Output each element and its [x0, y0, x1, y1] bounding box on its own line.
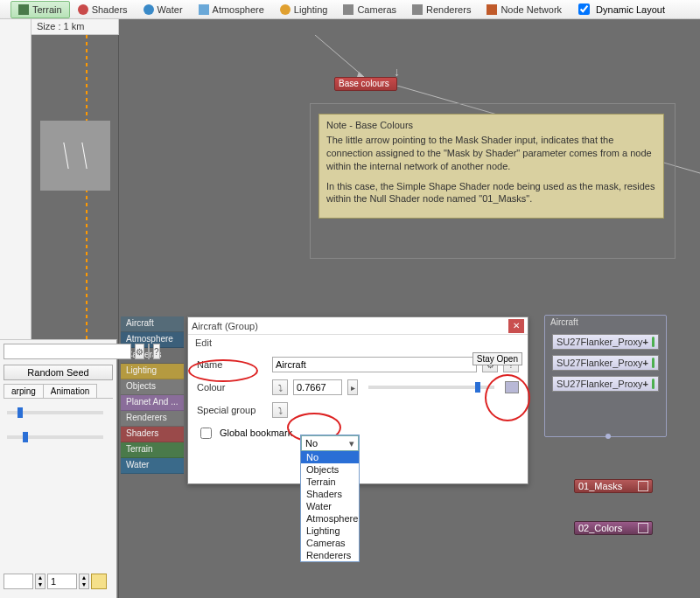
cat-lighting[interactable]: Lighting	[121, 364, 184, 379]
seed-blue-button[interactable]	[148, 344, 150, 359]
preview-thumbnail[interactable]	[40, 121, 110, 191]
cat-water[interactable]: Water	[121, 458, 184, 474]
name-label: Name	[197, 359, 267, 370]
expand-icon[interactable]	[638, 481, 648, 491]
colour-slider[interactable]	[368, 386, 494, 389]
aircraft-group-dialog: Aircraft (Group) ✕ Edit Stay Open Name ⚙…	[187, 316, 528, 484]
stay-open-button[interactable]: Stay Open	[472, 352, 522, 365]
colour-slider-thumb[interactable]	[475, 382, 480, 393]
node-item-3-label: SU27Flanker_Proxy	[556, 379, 642, 389]
colour-label: Colour	[197, 382, 267, 393]
top-toolbar: Terrain Shaders Water Atmosphere Lightin…	[0, 0, 700, 19]
dropdown-opt-water[interactable]: Water	[301, 500, 359, 512]
node-item-3[interactable]: SU27Flanker_Proxy+	[552, 376, 659, 392]
cat-renderers[interactable]: Renderers	[121, 411, 184, 427]
node-base-colours[interactable]: Base colours	[334, 77, 397, 91]
close-button[interactable]: ✕	[508, 319, 524, 333]
toolbar-terrain[interactable]: Terrain	[10, 1, 70, 18]
node-item-2[interactable]: SU27Flanker_Proxy+	[552, 355, 659, 371]
lighting-icon	[280, 4, 290, 15]
dropdown-opt-lighting[interactable]: Lighting	[301, 525, 359, 537]
global-bookmark-checkbox[interactable]	[200, 428, 212, 439]
dropdown-opt-no[interactable]: No	[301, 451, 359, 463]
dropdown-selected[interactable]: No	[301, 435, 359, 451]
dropdown-opt-terrain[interactable]: Terrain	[301, 476, 359, 488]
dropdown-opt-atmosphere[interactable]: Atmosphere	[301, 512, 359, 525]
node-network-icon	[486, 4, 497, 15]
node-panel-title: Aircraft	[545, 316, 666, 329]
active-badge	[652, 379, 654, 389]
colour-swatch[interactable]	[505, 381, 519, 393]
colour-curve-button[interactable]: ⤵	[272, 379, 288, 395]
dropdown-opt-objects[interactable]: Objects	[301, 463, 359, 476]
bl-slider-2-thumb[interactable]	[23, 432, 28, 442]
yellow-action-button[interactable]	[91, 574, 107, 589]
cat-shaders[interactable]: Shaders	[121, 427, 184, 442]
tab-warping[interactable]: arping	[4, 384, 44, 398]
toolbar-node-network[interactable]: Node Network	[479, 1, 570, 18]
dynamic-layout-checkbox[interactable]: Dynamic Layout	[575, 1, 665, 17]
toolbar-cameras-label: Cameras	[357, 4, 396, 15]
spin-1-arrows[interactable]: ▲▼	[35, 574, 46, 589]
dialog-menubar: Edit	[188, 335, 528, 351]
toolbar-shaders-label: Shaders	[92, 4, 128, 15]
dropdown-opt-cameras[interactable]: Cameras	[301, 537, 359, 549]
cameras-icon	[343, 4, 354, 15]
plus-icon[interactable]: +	[642, 379, 648, 389]
dropdown-options: No Objects Terrain Shaders Water Atmosph…	[301, 451, 359, 561]
seed-input[interactable]	[4, 344, 131, 359]
toolbar-lighting-label: Lighting	[294, 4, 328, 15]
node-02-colors[interactable]: 02_Colors	[574, 521, 653, 535]
colour-spinner[interactable]: ▸	[347, 379, 358, 395]
random-seed-button[interactable]: Random Seed	[4, 365, 113, 380]
dropdown-opt-shaders[interactable]: Shaders	[301, 488, 359, 500]
node-output-port[interactable]	[606, 434, 611, 439]
name-input[interactable]	[272, 357, 477, 372]
size-label: Size : 1 km	[32, 19, 119, 35]
plus-icon[interactable]: +	[642, 337, 648, 347]
cat-planet[interactable]: Planet And ...	[121, 395, 184, 411]
special-group-dropdown[interactable]: No No Objects Terrain Shaders Water Atmo…	[300, 435, 360, 562]
node-01-masks[interactable]: 01_Masks	[574, 479, 653, 493]
node-item-1[interactable]: SU27Flanker_Proxy+	[552, 334, 659, 350]
shader-icon	[78, 4, 88, 15]
spin-2-arrows[interactable]: ▲▼	[79, 574, 89, 589]
dialog-titlebar[interactable]: Aircraft (Group) ✕	[188, 317, 528, 335]
cat-aircraft[interactable]: Aircraft	[121, 316, 184, 332]
seed-gear-button[interactable]: ⚙	[135, 344, 144, 359]
aircraft-node-panel[interactable]: Aircraft SU27Flanker_Proxy+ SU27Flanker_…	[544, 315, 667, 437]
spin-input-1[interactable]	[4, 574, 33, 589]
dropdown-opt-renderers[interactable]: Renderers	[301, 549, 359, 561]
active-badge	[652, 358, 654, 368]
terrain-icon	[18, 4, 29, 15]
renderers-icon	[412, 4, 423, 15]
toolbar-shaders[interactable]: Shaders	[70, 1, 136, 18]
seed-help-button[interactable]: ?	[153, 344, 160, 359]
cat-terrain[interactable]: Terrain	[121, 442, 184, 458]
note-box: Note - Base Colours The little arrow poi…	[318, 114, 664, 219]
menu-edit[interactable]: Edit	[195, 337, 212, 348]
toolbar-atmosphere-label: Atmosphere	[213, 4, 264, 15]
node-02-colors-label: 02_Colors	[578, 523, 622, 533]
spin-input-2[interactable]	[47, 574, 77, 589]
cat-objects[interactable]: Objects	[121, 379, 184, 395]
tab-animation[interactable]: Animation	[43, 384, 97, 398]
bl-slider-1-thumb[interactable]	[18, 407, 23, 418]
toolbar-cameras[interactable]: Cameras	[335, 1, 404, 18]
dynamic-layout-label: Dynamic Layout	[596, 4, 665, 15]
toolbar-lighting[interactable]: Lighting	[272, 1, 336, 18]
colour-value-input[interactable]	[293, 379, 342, 395]
node-01-masks-label: 01_Masks	[578, 481, 622, 491]
plus-icon[interactable]: +	[642, 358, 648, 368]
bl-slider-1[interactable]	[7, 411, 103, 414]
bl-slider-2[interactable]	[7, 435, 103, 439]
toolbar-water[interactable]: Water	[136, 1, 191, 18]
special-curve-button[interactable]: ⤵	[272, 402, 288, 418]
expand-icon[interactable]	[638, 523, 648, 533]
toolbar-atmosphere[interactable]: Atmosphere	[191, 1, 272, 18]
toolbar-renderers[interactable]: Renderers	[404, 1, 479, 18]
note-title: Note - Base Colours	[326, 120, 656, 130]
toolbar-renderers-label: Renderers	[426, 4, 471, 15]
category-list: Aircraft Atmosphere Cameras Lighting Obj…	[121, 316, 184, 474]
dynamic-layout-input[interactable]	[578, 3, 590, 15]
